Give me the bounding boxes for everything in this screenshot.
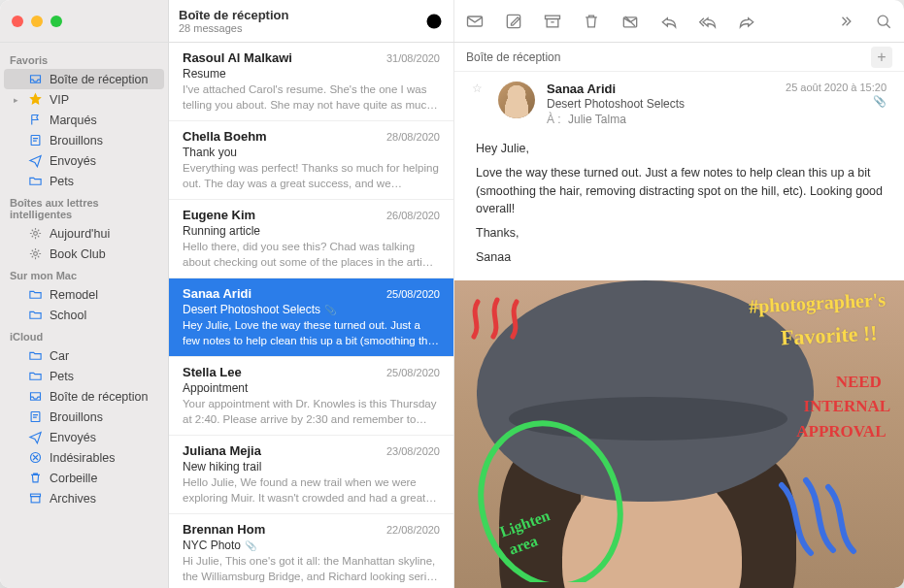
close-button[interactable]: [12, 16, 23, 27]
message-preview: Hi Julie, This one's got it all: the Man…: [183, 554, 440, 584]
sender-avatar[interactable]: [498, 82, 535, 118]
inbox-icon: [28, 389, 43, 404]
sidebar-item[interactable]: Archives: [4, 488, 164, 508]
sidebar-item-label: Indésirables: [50, 451, 115, 465]
message-subject: NYC Photo📎: [183, 539, 440, 552]
sidebar-item-label: Envoyés: [50, 154, 96, 168]
sidebar-item-label: Envoyés: [50, 431, 96, 444]
sidebar-item[interactable]: Brouillons: [4, 130, 164, 150]
more-icon[interactable]: [834, 11, 855, 32]
message-subject: New hiking trail: [183, 460, 440, 474]
sidebar-item[interactable]: Indésirables: [4, 447, 164, 468]
reply-icon[interactable]: [658, 11, 680, 32]
message-row[interactable]: Eugene Kim26/08/2020Running articleHello…: [169, 200, 453, 278]
forward-icon[interactable]: [736, 11, 757, 32]
sidebar-item[interactable]: Remodel: [4, 284, 164, 305]
reply-all-icon[interactable]: [697, 11, 719, 32]
disclosure-triangle-icon[interactable]: ▸: [14, 95, 21, 105]
sidebar-item-label: Aujourd'hui: [50, 227, 110, 241]
gear-icon: [28, 226, 43, 241]
mail-window: Boîte de réception 28 messages FavorisBo…: [0, 0, 904, 588]
message-date: 23/08/2020: [386, 445, 440, 457]
sidebar-item[interactable]: Aujourd'hui: [4, 223, 164, 244]
attachment-icon[interactable]: 📎: [786, 95, 887, 108]
sidebar-item-label: Pets: [50, 175, 74, 188]
svg-point-0: [427, 14, 442, 28]
sidebar-section-header: Boîtes aux lettres intelligentes: [0, 191, 168, 223]
message-row[interactable]: Brennan Hom22/08/2020NYC Photo📎Hi Julie,…: [169, 514, 453, 588]
annotation-approval: APPROVAL: [796, 422, 886, 441]
trash-icon[interactable]: [581, 11, 602, 32]
sidebar-item[interactable]: Corbeille: [4, 468, 164, 488]
search-icon[interactable]: [873, 11, 894, 32]
compose-icon[interactable]: [503, 11, 524, 32]
sidebar-item-label: Marqués: [50, 114, 97, 127]
svg-rect-7: [31, 136, 40, 146]
sidebar-item[interactable]: Car: [4, 345, 164, 366]
junk-icon: [28, 450, 43, 465]
message-subject: Thank you: [183, 146, 440, 159]
message-subject: Resume: [183, 67, 440, 81]
toolbar: [454, 0, 904, 42]
message-row[interactable]: Rasoul Al Malkawi31/08/2020ResumeI've at…: [169, 43, 453, 121]
message-preview: Hello Julie, We found a new trail when w…: [183, 475, 440, 506]
message-from: Chella Boehm: [183, 129, 267, 144]
sidebar-item-label: Car: [50, 349, 69, 363]
message-row[interactable]: Juliana Mejia23/08/2020New hiking trailH…: [169, 436, 453, 514]
sidebar-item[interactable]: School: [4, 305, 164, 325]
svg-rect-13: [31, 497, 40, 503]
sidebar-item[interactable]: Boîte de réception: [4, 386, 164, 407]
blue-lines-annotation: [772, 475, 859, 582]
reader-from[interactable]: Sanaa Aridi: [547, 82, 774, 96]
message-row[interactable]: Chella Boehm28/08/2020Thank youEverythin…: [169, 121, 453, 200]
sidebar-item-label: Boîte de réception: [50, 73, 148, 86]
message-date: 28/08/2020: [386, 131, 440, 143]
reader-attachment-image[interactable]: #photographer's Favorite !! NEED INTERNA…: [454, 280, 904, 589]
svg-point-8: [34, 232, 38, 236]
svg-point-9: [34, 252, 38, 256]
zoom-button[interactable]: [50, 16, 62, 27]
junk-icon[interactable]: [619, 11, 641, 32]
folder-icon: [28, 348, 43, 363]
message-list[interactable]: Rasoul Al Malkawi31/08/2020ResumeI've at…: [169, 43, 454, 588]
envelope-icon[interactable]: [464, 11, 485, 32]
minimize-button[interactable]: [31, 16, 43, 27]
sidebar-item-label: VIP: [50, 93, 69, 107]
message-subject: Appointment: [183, 381, 440, 395]
sidebar: FavorisBoîte de réception▸VIPMarquésBrou…: [0, 43, 169, 588]
folder-icon: [28, 369, 43, 383]
annotation-need: NEED: [836, 373, 882, 392]
message-subject: Running article: [183, 224, 440, 238]
archive-icon[interactable]: [542, 11, 563, 32]
reader-to-name[interactable]: Julie Talma: [568, 113, 626, 126]
sidebar-item[interactable]: Envoyés: [4, 427, 164, 447]
sidebar-item[interactable]: Boîte de réception: [4, 69, 164, 89]
attachment-icon: 📎: [245, 540, 256, 551]
favorite-star-icon[interactable]: ☆: [472, 82, 483, 126]
folder-icon: [28, 287, 43, 302]
mailbox-title: Boîte de réception: [179, 8, 288, 22]
svg-rect-10: [31, 412, 40, 422]
sidebar-item[interactable]: ▸VIP: [4, 89, 164, 110]
star-icon: [28, 92, 43, 107]
window-controls: [12, 16, 62, 27]
add-button[interactable]: +: [871, 47, 892, 68]
flag-icon: [28, 113, 43, 127]
sidebar-item[interactable]: Pets: [4, 171, 164, 191]
svg-rect-1: [468, 16, 483, 26]
message-row[interactable]: Sanaa Aridi25/08/2020Desert Photoshoot S…: [169, 278, 453, 357]
sidebar-item[interactable]: Marqués: [4, 110, 164, 130]
sidebar-item[interactable]: Envoyés: [4, 150, 164, 171]
filter-icon[interactable]: [424, 12, 444, 31]
sidebar-item[interactable]: Pets: [4, 366, 164, 386]
message-from: Sanaa Aridi: [183, 286, 251, 301]
svg-point-6: [878, 16, 887, 25]
sidebar-item[interactable]: Book Club: [4, 244, 164, 264]
attachment-icon: 📎: [324, 305, 336, 315]
reader-subject: Desert Photoshoot Selects: [547, 97, 774, 111]
svg-point-14: [473, 405, 641, 581]
message-row[interactable]: Stella Lee25/08/2020AppointmentYour appo…: [169, 357, 453, 436]
sidebar-item[interactable]: Brouillons: [4, 407, 164, 427]
message-subject: Desert Photoshoot Selects📎: [183, 303, 440, 316]
draft-icon: [28, 133, 43, 147]
